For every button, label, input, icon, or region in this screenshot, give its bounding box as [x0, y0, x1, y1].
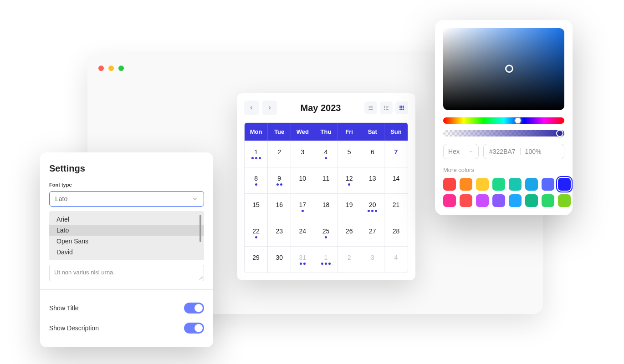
color-swatch[interactable]: [525, 178, 538, 191]
color-swatch[interactable]: [460, 178, 472, 191]
color-format-select[interactable]: Hex: [443, 144, 479, 159]
font-type-select[interactable]: Lato: [49, 191, 204, 207]
color-format-value: Hex: [448, 148, 460, 155]
calendar-day[interactable]: 12: [338, 167, 361, 193]
calendar-day[interactable]: 29: [245, 246, 268, 273]
calendar-day[interactable]: 1: [314, 246, 338, 273]
show-description-toggle[interactable]: [184, 323, 204, 334]
color-swatch[interactable]: [476, 194, 489, 207]
saturation-value-area[interactable]: [443, 28, 564, 110]
color-swatch[interactable]: [443, 194, 456, 207]
calendar-day[interactable]: 2: [268, 141, 291, 167]
show-description-label: Show Description: [49, 324, 99, 332]
font-option[interactable]: David: [49, 247, 204, 258]
calendar-day[interactable]: 17: [291, 193, 314, 220]
view-agenda-button[interactable]: [380, 101, 393, 114]
calendar-day[interactable]: 31: [291, 246, 314, 273]
font-option[interactable]: Open Sans: [49, 236, 204, 247]
event-dot-icon: [325, 236, 327, 238]
event-dot-icon: [303, 263, 306, 265]
calendar-day[interactable]: 3: [361, 246, 384, 273]
calendar-day[interactable]: 10: [291, 167, 314, 193]
color-swatch[interactable]: [558, 178, 571, 191]
close-window-button[interactable]: [98, 66, 104, 71]
svg-point-17: [403, 109, 404, 110]
resize-handle-icon[interactable]: [198, 275, 203, 280]
calendar-day[interactable]: 7: [384, 141, 408, 167]
calendar-day[interactable]: 19: [338, 193, 361, 220]
hue-handle[interactable]: [514, 117, 522, 124]
font-option[interactable]: Ariel: [49, 214, 204, 225]
minimize-window-button[interactable]: [108, 66, 114, 71]
event-dot-icon: [368, 210, 370, 212]
event-dot-icon: [255, 183, 257, 186]
color-swatch[interactable]: [509, 178, 522, 191]
calendar-day[interactable]: 26: [338, 220, 361, 246]
show-title-label: Show Title: [49, 304, 79, 312]
calendar-day[interactable]: 14: [384, 167, 408, 193]
show-title-row: Show Title: [49, 298, 204, 318]
maximize-window-button[interactable]: [118, 66, 124, 71]
calendar-day[interactable]: 24: [291, 220, 314, 246]
weekday-header: Tue: [268, 123, 291, 141]
prev-month-button[interactable]: [244, 101, 259, 115]
hue-slider[interactable]: [443, 117, 564, 124]
calendar-day[interactable]: 20: [361, 193, 384, 220]
description-textarea[interactable]: Ut non varius nisi urna.: [49, 265, 204, 281]
calendar-day[interactable]: 15: [245, 193, 268, 220]
weekday-header: Mon: [245, 123, 268, 141]
view-grid-button[interactable]: [395, 101, 408, 114]
calendar-day[interactable]: 9: [268, 167, 291, 193]
calendar-day[interactable]: 2: [338, 246, 361, 273]
weekday-header: Fri: [338, 123, 361, 141]
svg-point-7: [384, 109, 384, 110]
calendar-day[interactable]: 4: [314, 141, 338, 167]
svg-point-16: [401, 109, 402, 110]
calendar-day[interactable]: 16: [268, 193, 291, 220]
calendar-day[interactable]: 22: [245, 220, 268, 246]
calendar-day[interactable]: 1: [245, 141, 268, 167]
calendar-day[interactable]: 13: [361, 167, 384, 193]
dropdown-scrollbar[interactable]: [199, 215, 201, 242]
svg-point-9: [399, 106, 400, 106]
color-swatch[interactable]: [476, 178, 489, 191]
sv-handle[interactable]: [505, 65, 513, 73]
calendar-day[interactable]: 28: [384, 220, 408, 246]
event-dot-icon: [328, 263, 331, 265]
event-dot-icon: [375, 210, 377, 212]
color-swatch[interactable]: [525, 194, 538, 207]
calendar-day[interactable]: 30: [268, 246, 291, 273]
calendar-day[interactable]: 25: [314, 220, 338, 246]
chevron-down-icon: [192, 196, 198, 202]
calendar-day[interactable]: 18: [314, 193, 338, 220]
show-title-toggle[interactable]: [184, 303, 204, 313]
calendar-day[interactable]: 5: [338, 141, 361, 167]
calendar-day[interactable]: 27: [361, 220, 384, 246]
calendar-day[interactable]: 3: [291, 141, 314, 167]
alpha-slider[interactable]: [443, 130, 564, 136]
next-month-button[interactable]: [262, 101, 277, 115]
color-swatch[interactable]: [443, 178, 456, 191]
event-dot-icon: [276, 183, 279, 186]
color-swatch[interactable]: [460, 194, 472, 207]
color-swatch[interactable]: [558, 194, 571, 207]
calendar-day[interactable]: 6: [361, 141, 384, 167]
calendar-day[interactable]: 8: [245, 167, 268, 193]
font-option[interactable]: Lato: [49, 225, 204, 236]
color-swatch[interactable]: [509, 194, 522, 207]
color-swatch[interactable]: [542, 178, 554, 191]
calendar-grid: MonTueWedThuFriSatSun 123456789101112131…: [244, 122, 408, 273]
calendar-day[interactable]: 11: [314, 167, 338, 193]
hex-input[interactable]: #322BA7 100%: [483, 144, 564, 159]
svg-point-10: [401, 106, 402, 106]
color-swatch[interactable]: [542, 194, 554, 207]
color-swatch[interactable]: [492, 194, 505, 207]
calendar-day[interactable]: 23: [268, 220, 291, 246]
alpha-handle[interactable]: [556, 130, 563, 137]
hex-text: #322BA7: [489, 148, 516, 155]
event-dot-icon: [255, 157, 257, 159]
calendar-day[interactable]: 21: [384, 193, 408, 220]
view-list-button[interactable]: [364, 101, 377, 114]
color-swatch[interactable]: [492, 178, 505, 191]
calendar-day[interactable]: 4: [384, 246, 408, 273]
